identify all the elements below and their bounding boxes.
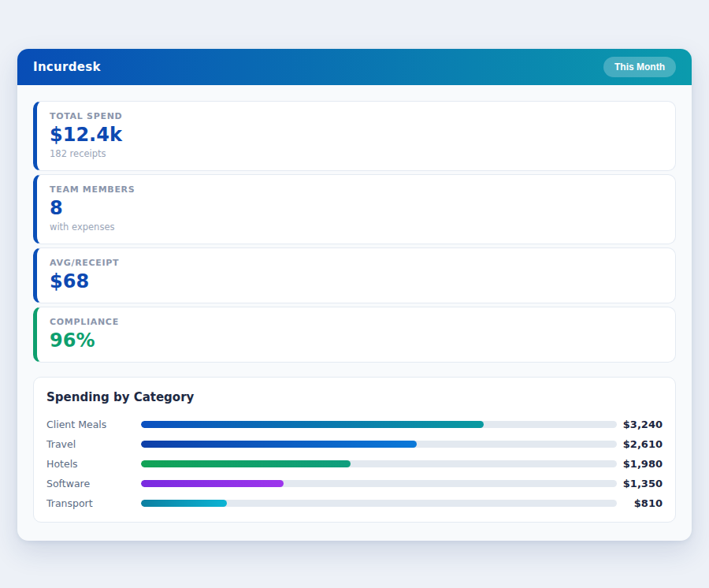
- stat-value: $68: [50, 271, 663, 292]
- chart-row: Client Meals $3,240: [46, 415, 663, 434]
- stat-label: AVG/RECEIPT: [50, 258, 663, 268]
- bar-track: [141, 500, 617, 507]
- stat-card: TOTAL SPEND $12.4k 182 receipts: [33, 101, 676, 171]
- app-body: TOTAL SPEND $12.4k 182 receipts TEAM MEM…: [17, 85, 692, 538]
- app-header: Incurdesk This Month: [17, 49, 692, 85]
- stat-value: $12.4k: [50, 125, 663, 145]
- bar-fill: [141, 460, 351, 467]
- stat-card: AVG/RECEIPT $68: [33, 247, 676, 303]
- bar-track: [141, 480, 617, 487]
- dashboard-card: Incurdesk This Month TOTAL SPEND $12.4k …: [17, 49, 692, 541]
- bar-value: $2,610: [617, 438, 663, 450]
- category-label: Hotels: [46, 458, 141, 470]
- chart-row: Hotels $1,980: [46, 454, 663, 474]
- category-label: Client Meals: [46, 419, 141, 430]
- period-badge[interactable]: This Month: [603, 57, 676, 77]
- bar-value: $810: [617, 497, 663, 509]
- chart-row: Software $1,350: [46, 474, 663, 493]
- stat-value: 8: [50, 198, 663, 218]
- stat-sub: 182 receipts: [50, 148, 663, 159]
- bar-fill: [141, 500, 227, 507]
- category-label: Software: [46, 478, 141, 489]
- stat-label: TOTAL SPEND: [50, 111, 663, 121]
- bar-value: $1,980: [617, 458, 663, 470]
- stat-sub: with expenses: [50, 221, 663, 233]
- stat-label: TEAM MEMBERS: [50, 184, 663, 195]
- bar-track: [141, 460, 617, 467]
- chart-row: Travel $2,610: [46, 434, 663, 454]
- bar-value: $3,240: [617, 419, 663, 430]
- bar-value: $1,350: [617, 478, 663, 489]
- spending-chart-card: Spending by Category Client Meals $3,240…: [33, 377, 676, 523]
- bar-track: [141, 441, 617, 448]
- chart-row: Transport $810: [46, 493, 663, 513]
- app-title: Incurdesk: [33, 60, 101, 74]
- stat-card: COMPLIANCE 96%: [33, 307, 676, 363]
- bar-track: [141, 421, 617, 428]
- stat-card: TEAM MEMBERS 8 with expenses: [33, 174, 676, 244]
- category-label: Travel: [46, 438, 141, 450]
- stat-label: COMPLIANCE: [50, 317, 663, 327]
- chart-title: Spending by Category: [46, 390, 663, 404]
- bar-fill: [141, 441, 417, 448]
- category-label: Transport: [46, 497, 141, 509]
- bar-fill: [141, 480, 284, 487]
- stats-list: TOTAL SPEND $12.4k 182 receipts TEAM MEM…: [33, 101, 676, 363]
- bar-fill: [141, 421, 484, 428]
- chart-rows: Client Meals $3,240 Travel $2,610 Hotels…: [46, 415, 663, 513]
- stat-value: 96%: [50, 330, 663, 351]
